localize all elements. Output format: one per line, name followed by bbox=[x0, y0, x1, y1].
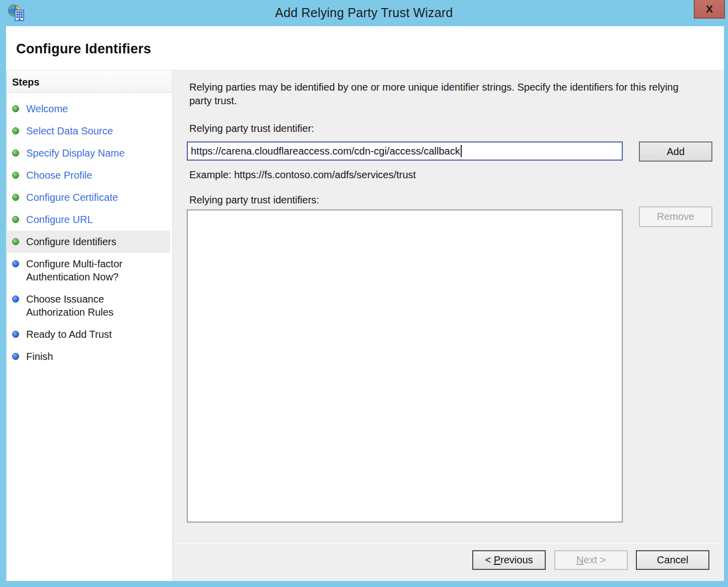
step-item-configure-url[interactable]: Configure URL bbox=[7, 208, 172, 231]
completed-step-bullet-icon bbox=[12, 172, 19, 179]
step-label: Configure Identifiers bbox=[26, 235, 116, 248]
step-label: Configure URL bbox=[26, 213, 93, 226]
step-item-configure-multi-factor-authentication-now: Configure Multi-factor Authentication No… bbox=[7, 253, 172, 288]
next-button[interactable]: Next > bbox=[554, 550, 628, 570]
step-label: Ready to Add Trust bbox=[26, 328, 112, 341]
page-heading: Configure Identifiers bbox=[16, 41, 151, 57]
steps-list: WelcomeSelect Data SourceSpecify Display… bbox=[7, 93, 172, 368]
completed-step-bullet-icon bbox=[12, 150, 19, 157]
identifier-label: Relying party trust identifier: bbox=[189, 123, 314, 134]
text-caret-icon bbox=[461, 145, 462, 157]
close-button[interactable]: X bbox=[694, 0, 725, 19]
previous-label: < bbox=[485, 554, 493, 566]
remove-button[interactable]: Remove bbox=[639, 206, 712, 227]
step-item-ready-to-add-trust: Ready to Add Trust bbox=[7, 323, 172, 345]
step-label: Choose Issuance Authorization Rules bbox=[26, 292, 157, 319]
main-panel: Relying parties may be identified by one… bbox=[172, 70, 724, 581]
step-item-choose-issuance-authorization-rules: Choose Issuance Authorization Rules bbox=[7, 288, 172, 323]
steps-panel: Steps WelcomeSelect Data SourceSpecify D… bbox=[6, 70, 172, 581]
step-item-configure-certificate[interactable]: Configure Certificate bbox=[7, 186, 172, 208]
step-label: Select Data Source bbox=[26, 124, 113, 137]
pending-step-bullet-icon bbox=[12, 353, 19, 360]
add-button[interactable]: Add bbox=[639, 141, 712, 162]
step-item-choose-profile[interactable]: Choose Profile bbox=[7, 164, 172, 186]
identifier-input-value: https://carena.cloudflareaccess.com/cdn-… bbox=[191, 145, 460, 157]
pending-step-bullet-icon bbox=[12, 331, 19, 338]
step-item-finish: Finish bbox=[7, 345, 172, 368]
window: { "window": { "title": "Add Relying Part… bbox=[0, 0, 728, 587]
adfs-app-icon bbox=[7, 4, 25, 22]
footer-separator bbox=[174, 542, 724, 543]
step-label: Configure Multi-factor Authentication No… bbox=[26, 257, 157, 283]
previous-button[interactable]: < Previous bbox=[472, 550, 546, 570]
next-label: N bbox=[576, 554, 584, 566]
completed-step-bullet-icon bbox=[12, 194, 19, 201]
cancel-button[interactable]: Cancel bbox=[636, 550, 709, 570]
step-label: Choose Profile bbox=[26, 169, 92, 182]
steps-title: Steps bbox=[7, 70, 172, 93]
identifiers-listbox[interactable] bbox=[187, 209, 623, 523]
step-label: Finish bbox=[26, 350, 53, 363]
step-label: Welcome bbox=[26, 102, 68, 115]
identifiers-label: Relying party trust identifiers: bbox=[189, 194, 319, 206]
completed-step-bullet-icon bbox=[12, 105, 19, 112]
completed-step-bullet-icon bbox=[12, 127, 19, 134]
pending-step-bullet-icon bbox=[12, 260, 19, 267]
step-item-configure-identifiers: Configure Identifiers bbox=[7, 231, 170, 253]
step-item-select-data-source[interactable]: Select Data Source bbox=[7, 120, 172, 142]
titlebar: Add Relying Party Trust Wizard X bbox=[0, 0, 728, 26]
window-title: Add Relying Party Trust Wizard bbox=[0, 0, 728, 26]
identifier-input[interactable]: https://carena.cloudflareaccess.com/cdn-… bbox=[187, 141, 623, 161]
step-item-welcome[interactable]: Welcome bbox=[7, 98, 172, 120]
wizard-page: Configure Identifiers Steps WelcomeSelec… bbox=[6, 26, 724, 581]
completed-step-bullet-icon bbox=[12, 216, 19, 223]
step-item-specify-display-name[interactable]: Specify Display Name bbox=[7, 142, 172, 164]
example-text: Example: https://fs.contoso.com/adfs/ser… bbox=[189, 169, 416, 181]
page-header: Configure Identifiers bbox=[6, 26, 724, 70]
completed-step-bullet-icon bbox=[12, 238, 19, 245]
intro-text: Relying parties may be identified by one… bbox=[189, 81, 693, 108]
step-label: Configure Certificate bbox=[26, 191, 118, 204]
pending-step-bullet-icon bbox=[12, 296, 19, 303]
step-label: Specify Display Name bbox=[26, 146, 125, 160]
